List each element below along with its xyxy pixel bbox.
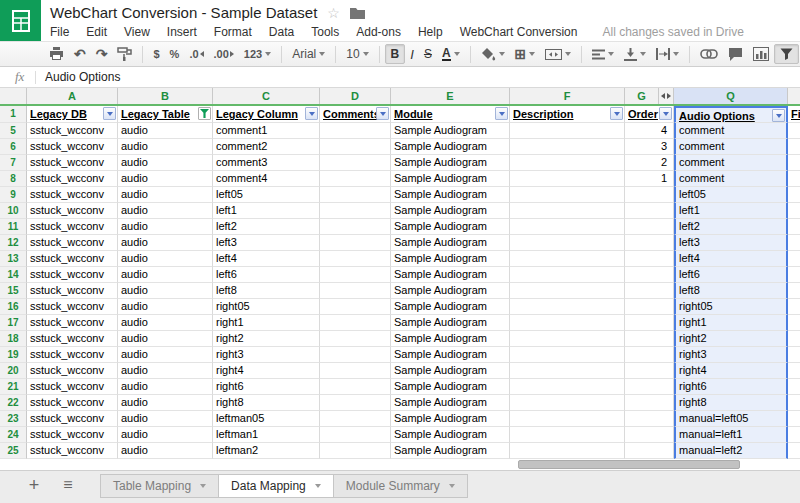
cell-Q15[interactable]: left8 <box>674 283 788 299</box>
cell-A23[interactable]: sstuck_wcconv <box>27 411 118 427</box>
cell-D22[interactable] <box>320 395 391 411</box>
filter-dropdown-order[interactable] <box>659 107 672 120</box>
save-status[interactable]: All changes saved in Drive <box>602 25 743 39</box>
cell-G6[interactable]: 3 <box>625 139 674 155</box>
cell-A12[interactable]: sstuck_wcconv <box>27 235 118 251</box>
hidden-columns-indicator[interactable] <box>659 88 674 104</box>
cell-D13[interactable] <box>320 251 391 267</box>
row-header-15[interactable]: 15 <box>0 283 27 299</box>
cell-Q7[interactable]: comment <box>674 155 788 171</box>
more-formats-button[interactable]: 123 <box>239 44 276 64</box>
cell-A24[interactable]: sstuck_wcconv <box>27 427 118 443</box>
cell-A8[interactable]: sstuck_wcconv <box>27 171 118 187</box>
cell-B25[interactable]: audio <box>118 443 213 459</box>
cell-C11[interactable]: left2 <box>213 219 320 235</box>
cell-G5[interactable]: 4 <box>625 123 674 139</box>
cell-G14[interactable] <box>625 267 674 283</box>
cell-D16[interactable] <box>320 299 391 315</box>
cell-E14[interactable]: Sample Audiogram <box>391 267 510 283</box>
cell-G20[interactable] <box>625 363 674 379</box>
cell-F12[interactable] <box>510 235 625 251</box>
cell-F23[interactable] <box>510 411 625 427</box>
cell-C16[interactable]: right05 <box>213 299 320 315</box>
filter-dropdown-legacy-column[interactable] <box>305 107 318 120</box>
cell-F11[interactable] <box>510 219 625 235</box>
cell-FI6[interactable] <box>788 139 800 155</box>
cell-A17[interactable]: sstuck_wcconv <box>27 315 118 331</box>
cell-D24[interactable] <box>320 427 391 443</box>
cell-A25[interactable]: sstuck_wcconv <box>27 443 118 459</box>
column-header-A[interactable]: A <box>27 88 118 104</box>
cell-B17[interactable]: audio <box>118 315 213 331</box>
cell-C1[interactable]: Legacy Column <box>213 106 320 123</box>
cell-C5[interactable]: comment1 <box>213 123 320 139</box>
menu-insert[interactable]: Insert <box>167 25 197 39</box>
cell-C17[interactable]: right1 <box>213 315 320 331</box>
cell-C25[interactable]: leftman2 <box>213 443 320 459</box>
row-header-17[interactable]: 17 <box>0 315 27 331</box>
cell-C6[interactable]: comment2 <box>213 139 320 155</box>
cell-B10[interactable]: audio <box>118 203 213 219</box>
document-title[interactable]: WebChart Conversion - Sample Dataset <box>50 4 317 21</box>
cell-G19[interactable] <box>625 347 674 363</box>
cell-G1[interactable]: Order <box>625 106 674 123</box>
cell-E12[interactable]: Sample Audiogram <box>391 235 510 251</box>
insert-link-button[interactable] <box>695 44 723 64</box>
cell-G11[interactable] <box>625 219 674 235</box>
add-sheet-button[interactable]: + <box>24 474 44 496</box>
cell-E13[interactable]: Sample Audiogram <box>391 251 510 267</box>
cell-FI10[interactable] <box>788 203 800 219</box>
cell-Q6[interactable]: comment <box>674 139 788 155</box>
row-header-14[interactable]: 14 <box>0 267 27 283</box>
cell-FI15[interactable] <box>788 283 800 299</box>
cell-Q19[interactable]: right3 <box>674 347 788 363</box>
cell-D20[interactable] <box>320 363 391 379</box>
row-header-25[interactable]: 25 <box>0 443 27 459</box>
cell-FI22[interactable] <box>788 395 800 411</box>
cell-D1[interactable]: Comments <box>320 106 391 123</box>
tab-data-mapping[interactable]: Data Mapping <box>218 474 334 498</box>
row-header-20[interactable]: 20 <box>0 363 27 379</box>
cell-D10[interactable] <box>320 203 391 219</box>
cell-G21[interactable] <box>625 379 674 395</box>
cell-B5[interactable]: audio <box>118 123 213 139</box>
cell-F24[interactable] <box>510 427 625 443</box>
cell-FI5[interactable] <box>788 123 800 139</box>
cell-Q13[interactable]: left4 <box>674 251 788 267</box>
cell-F19[interactable] <box>510 347 625 363</box>
cell-Q23[interactable]: manual=left05 <box>674 411 788 427</box>
merge-cells-button[interactable] <box>540 44 576 64</box>
column-header-partial[interactable] <box>788 88 800 104</box>
cell-FI8[interactable] <box>788 171 800 187</box>
cell-Q24[interactable]: manual=left1 <box>674 427 788 443</box>
filter-dropdown-audio-options[interactable] <box>772 109 785 122</box>
cell-B14[interactable]: audio <box>118 267 213 283</box>
row-header-10[interactable]: 10 <box>0 203 27 219</box>
cell-D15[interactable] <box>320 283 391 299</box>
cell-C19[interactable]: right3 <box>213 347 320 363</box>
cell-C24[interactable]: leftman1 <box>213 427 320 443</box>
cell-C10[interactable]: left1 <box>213 203 320 219</box>
cell-A15[interactable]: sstuck_wcconv <box>27 283 118 299</box>
paint-format-button[interactable] <box>112 44 137 64</box>
cell-A21[interactable]: sstuck_wcconv <box>27 379 118 395</box>
cell-Q1[interactable]: Audio Options <box>674 106 788 123</box>
cell-G10[interactable] <box>625 203 674 219</box>
cell-FI11[interactable] <box>788 219 800 235</box>
sheets-logo-icon[interactable] <box>0 0 41 41</box>
cell-FI20[interactable] <box>788 363 800 379</box>
cell-C9[interactable]: left05 <box>213 187 320 203</box>
cell-FI21[interactable] <box>788 379 800 395</box>
cell-G16[interactable] <box>625 299 674 315</box>
font-select[interactable]: Arial <box>287 44 330 64</box>
insert-chart-button[interactable] <box>748 44 774 64</box>
cell-Q10[interactable]: left1 <box>674 203 788 219</box>
filter-active-legacy-table[interactable] <box>198 107 211 120</box>
cell-F7[interactable] <box>510 155 625 171</box>
row-header-24[interactable]: 24 <box>0 427 27 443</box>
cell-FI9[interactable] <box>788 187 800 203</box>
cell-A18[interactable]: sstuck_wcconv <box>27 331 118 347</box>
cell-B15[interactable]: audio <box>118 283 213 299</box>
cell-F17[interactable] <box>510 315 625 331</box>
column-header-B[interactable]: B <box>118 88 213 104</box>
